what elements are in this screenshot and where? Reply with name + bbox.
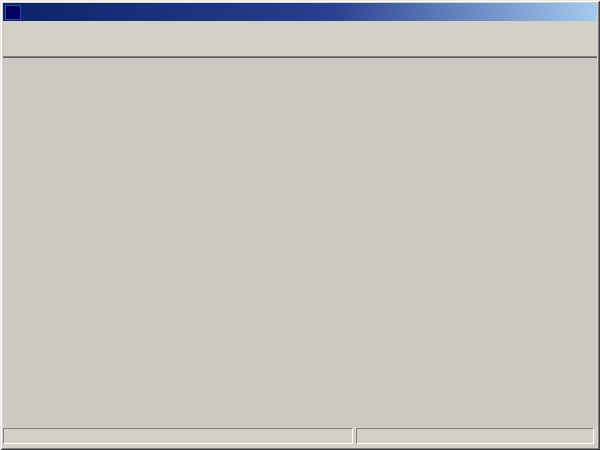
status-message (3, 428, 353, 444)
application-window (0, 0, 600, 450)
toolbar (3, 34, 597, 57)
status-secondary (356, 428, 594, 444)
status-bar (3, 428, 597, 444)
menu-bar (3, 21, 597, 34)
waterfall-plot-canvas[interactable] (3, 79, 597, 427)
app-icon (5, 5, 21, 20)
chart-area (3, 57, 597, 427)
title-bar[interactable] (3, 3, 597, 21)
